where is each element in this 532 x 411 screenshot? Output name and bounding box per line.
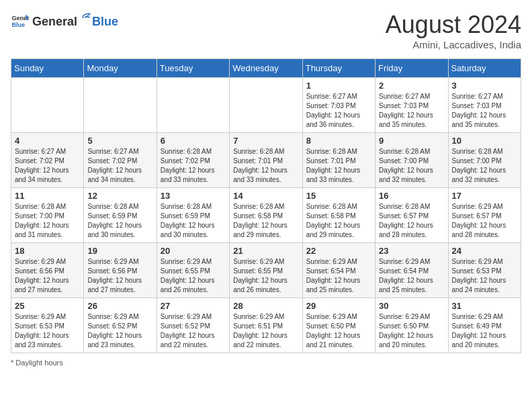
logo: General Blue General Blue — [11, 11, 118, 30]
calendar-cell: 7Sunrise: 6:28 AM Sunset: 7:01 PM Daylig… — [230, 133, 302, 188]
day-number: 19 — [87, 246, 152, 256]
calendar-cell: 19Sunrise: 6:29 AM Sunset: 6:56 PM Dayli… — [84, 243, 157, 298]
day-info: Sunrise: 6:27 AM Sunset: 7:03 PM Dayligh… — [379, 92, 444, 130]
day-info: Sunrise: 6:28 AM Sunset: 7:00 PM Dayligh… — [452, 147, 517, 185]
day-number: 29 — [306, 301, 371, 311]
calendar-cell: 6Sunrise: 6:28 AM Sunset: 7:02 PM Daylig… — [157, 133, 229, 188]
day-info: Sunrise: 6:29 AM Sunset: 6:50 PM Dayligh… — [379, 312, 444, 350]
calendar-cell — [11, 78, 84, 133]
day-number: 11 — [15, 191, 80, 201]
day-info: Sunrise: 6:28 AM Sunset: 7:01 PM Dayligh… — [306, 147, 371, 185]
day-info: Sunrise: 6:29 AM Sunset: 6:51 PM Dayligh… — [233, 312, 298, 350]
day-number: 5 — [87, 136, 152, 146]
day-number: 28 — [233, 301, 298, 311]
day-number: 31 — [452, 301, 517, 311]
day-info: Sunrise: 6:29 AM Sunset: 6:56 PM Dayligh… — [87, 257, 152, 295]
calendar-cell — [230, 78, 302, 133]
day-info: Sunrise: 6:29 AM Sunset: 6:52 PM Dayligh… — [87, 312, 152, 350]
day-info: Sunrise: 6:29 AM Sunset: 6:50 PM Dayligh… — [306, 312, 371, 350]
calendar-cell: 12Sunrise: 6:28 AM Sunset: 6:59 PM Dayli… — [84, 188, 157, 243]
calendar-cell: 24Sunrise: 6:29 AM Sunset: 6:53 PM Dayli… — [448, 243, 521, 298]
day-number: 30 — [379, 301, 444, 311]
calendar-table: SundayMondayTuesdayWednesdayThursdayFrid… — [11, 58, 521, 353]
day-number: 17 — [452, 191, 517, 201]
month-title: August 2024 — [386, 11, 521, 39]
calendar-cell: 27Sunrise: 6:29 AM Sunset: 6:52 PM Dayli… — [157, 298, 229, 353]
calendar-cell: 14Sunrise: 6:28 AM Sunset: 6:58 PM Dayli… — [230, 188, 302, 243]
day-of-week-header: Friday — [375, 59, 448, 78]
daylight-label: Daylight hours — [15, 359, 62, 367]
day-info: Sunrise: 6:29 AM Sunset: 6:55 PM Dayligh… — [161, 257, 226, 295]
calendar-cell: 20Sunrise: 6:29 AM Sunset: 6:55 PM Dayli… — [157, 243, 229, 298]
day-of-week-header: Tuesday — [157, 59, 229, 78]
calendar-week-row: 4Sunrise: 6:27 AM Sunset: 7:02 PM Daylig… — [11, 133, 521, 188]
day-info: Sunrise: 6:28 AM Sunset: 6:59 PM Dayligh… — [87, 202, 152, 240]
calendar-cell: 22Sunrise: 6:29 AM Sunset: 6:54 PM Dayli… — [302, 243, 375, 298]
day-info: Sunrise: 6:29 AM Sunset: 6:57 PM Dayligh… — [452, 202, 517, 240]
day-number: 12 — [87, 191, 152, 201]
day-info: Sunrise: 6:28 AM Sunset: 7:00 PM Dayligh… — [379, 147, 444, 185]
day-number: 23 — [379, 246, 444, 256]
day-info: Sunrise: 6:28 AM Sunset: 7:00 PM Dayligh… — [15, 202, 80, 240]
day-of-week-header: Wednesday — [230, 59, 302, 78]
calendar-cell: 16Sunrise: 6:28 AM Sunset: 6:57 PM Dayli… — [375, 188, 448, 243]
day-number: 27 — [161, 301, 226, 311]
day-info: Sunrise: 6:29 AM Sunset: 6:49 PM Dayligh… — [452, 312, 517, 350]
logo-icon: General Blue — [11, 11, 30, 30]
day-info: Sunrise: 6:27 AM Sunset: 7:02 PM Dayligh… — [15, 147, 80, 185]
day-info: Sunrise: 6:29 AM Sunset: 6:54 PM Dayligh… — [379, 257, 444, 295]
logo-blue-text: Blue — [92, 15, 118, 29]
day-of-week-header: Sunday — [11, 59, 84, 78]
day-number: 1 — [306, 81, 371, 91]
logo-general-text: General — [32, 15, 77, 29]
calendar-cell: 13Sunrise: 6:28 AM Sunset: 6:59 PM Dayli… — [157, 188, 229, 243]
day-info: Sunrise: 6:28 AM Sunset: 6:58 PM Dayligh… — [306, 202, 371, 240]
day-number: 20 — [161, 246, 226, 256]
day-number: 26 — [87, 301, 152, 311]
day-number: 14 — [233, 191, 298, 201]
calendar-week-row: 1Sunrise: 6:27 AM Sunset: 7:03 PM Daylig… — [11, 78, 521, 133]
calendar-cell: 17Sunrise: 6:29 AM Sunset: 6:57 PM Dayli… — [448, 188, 521, 243]
day-number: 25 — [15, 301, 80, 311]
day-of-week-header: Saturday — [448, 59, 521, 78]
day-info: Sunrise: 6:28 AM Sunset: 6:59 PM Dayligh… — [161, 202, 226, 240]
calendar-cell: 3Sunrise: 6:27 AM Sunset: 7:03 PM Daylig… — [448, 78, 521, 133]
day-of-week-header: Thursday — [302, 59, 375, 78]
header: General Blue General Blue August 2024 Am… — [11, 11, 521, 50]
svg-text:Blue: Blue — [11, 21, 25, 28]
calendar-cell: 23Sunrise: 6:29 AM Sunset: 6:54 PM Dayli… — [375, 243, 448, 298]
day-number: 6 — [161, 136, 226, 146]
calendar-cell: 1Sunrise: 6:27 AM Sunset: 7:03 PM Daylig… — [302, 78, 375, 133]
day-info: Sunrise: 6:29 AM Sunset: 6:55 PM Dayligh… — [233, 257, 298, 295]
day-number: 2 — [379, 81, 444, 91]
footer-note: * Daylight hours — [11, 359, 521, 367]
day-info: Sunrise: 6:29 AM Sunset: 6:53 PM Dayligh… — [15, 312, 80, 350]
location-subtitle: Amini, Laccadives, India — [386, 39, 521, 50]
calendar-header-row: SundayMondayTuesdayWednesdayThursdayFrid… — [11, 59, 521, 78]
calendar-cell: 10Sunrise: 6:28 AM Sunset: 7:00 PM Dayli… — [448, 133, 521, 188]
day-info: Sunrise: 6:28 AM Sunset: 6:58 PM Dayligh… — [233, 202, 298, 240]
day-number: 10 — [452, 136, 517, 146]
day-number: 24 — [452, 246, 517, 256]
day-info: Sunrise: 6:28 AM Sunset: 7:01 PM Dayligh… — [233, 147, 298, 185]
calendar-body: 1Sunrise: 6:27 AM Sunset: 7:03 PM Daylig… — [11, 78, 521, 353]
day-number: 8 — [306, 136, 371, 146]
calendar-cell: 5Sunrise: 6:27 AM Sunset: 7:02 PM Daylig… — [84, 133, 157, 188]
calendar-cell: 18Sunrise: 6:29 AM Sunset: 6:56 PM Dayli… — [11, 243, 84, 298]
calendar-week-row: 25Sunrise: 6:29 AM Sunset: 6:53 PM Dayli… — [11, 298, 521, 353]
calendar-cell: 11Sunrise: 6:28 AM Sunset: 7:00 PM Dayli… — [11, 188, 84, 243]
day-number: 4 — [15, 136, 80, 146]
calendar-week-row: 18Sunrise: 6:29 AM Sunset: 6:56 PM Dayli… — [11, 243, 521, 298]
calendar-cell: 25Sunrise: 6:29 AM Sunset: 6:53 PM Dayli… — [11, 298, 84, 353]
day-number: 16 — [379, 191, 444, 201]
day-number: 7 — [233, 136, 298, 146]
day-number: 22 — [306, 246, 371, 256]
day-number: 18 — [15, 246, 80, 256]
day-info: Sunrise: 6:29 AM Sunset: 6:54 PM Dayligh… — [306, 257, 371, 295]
calendar-cell: 15Sunrise: 6:28 AM Sunset: 6:58 PM Dayli… — [302, 188, 375, 243]
day-info: Sunrise: 6:27 AM Sunset: 7:02 PM Dayligh… — [87, 147, 152, 185]
day-info: Sunrise: 6:27 AM Sunset: 7:03 PM Dayligh… — [306, 92, 371, 130]
calendar-cell: 31Sunrise: 6:29 AM Sunset: 6:49 PM Dayli… — [448, 298, 521, 353]
logo-bird-icon — [78, 12, 91, 26]
day-number: 9 — [379, 136, 444, 146]
